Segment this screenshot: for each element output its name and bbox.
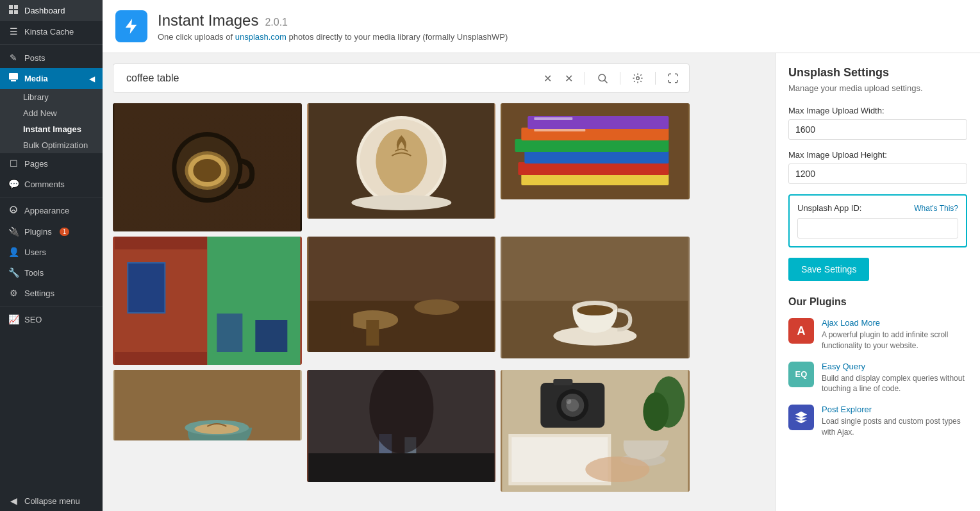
sidebar-item-label: Users	[24, 247, 46, 257]
post-explorer-desc: Load single posts and custom post types …	[822, 416, 967, 438]
plugin-desc-suffix: photos directly to your media library (f…	[289, 32, 508, 42]
svg-rect-2	[9, 10, 13, 14]
sidebar-item-label: Plugins	[24, 227, 52, 237]
settings-subtitle: Manage your media upload settings.	[788, 83, 967, 93]
sidebar: Dashboard ☰ Kinsta Cache ✎ Posts Media ◀…	[0, 0, 103, 511]
sidebar-item-settings[interactable]: ⚙ Settings	[0, 283, 103, 303]
svg-point-73	[644, 392, 669, 431]
sidebar-item-tools[interactable]: 🔧 Tools	[0, 262, 103, 283]
svg-point-74	[586, 457, 650, 482]
image-cell[interactable]	[113, 237, 302, 365]
sidebar-item-label: Settings	[24, 289, 54, 298]
collapse-menu-item[interactable]: ◀ Collapse menu	[0, 490, 103, 511]
svg-rect-24	[519, 162, 669, 175]
app-id-input[interactable]	[797, 218, 958, 239]
svg-rect-26	[515, 139, 669, 152]
max-width-label: Max Image Upload Width:	[788, 106, 967, 115]
svg-rect-35	[128, 264, 164, 312]
image-cell[interactable]	[113, 103, 302, 231]
unsplash-link[interactable]: unsplash.com	[235, 32, 287, 42]
image-placeholder	[113, 103, 302, 231]
save-settings-button[interactable]: Save Settings	[788, 258, 869, 281]
sidebar-item-instant-images[interactable]: Instant Images	[18, 121, 103, 137]
search-divider	[585, 72, 585, 85]
svg-rect-71	[554, 379, 573, 385]
sidebar-item-label: Appearance	[24, 206, 69, 215]
sidebar-item-comments[interactable]: 💬 Comments	[0, 174, 103, 194]
image-placeholder	[113, 370, 302, 440]
svg-rect-1	[14, 5, 18, 9]
image-cell[interactable]	[501, 103, 690, 199]
sidebar-item-dashboard[interactable]: Dashboard	[0, 0, 103, 21]
content-area: ✕ ✕	[103, 53, 980, 511]
svg-rect-5	[11, 80, 16, 81]
sidebar-item-appearance[interactable]: Appearance	[0, 200, 103, 221]
max-height-input[interactable]	[788, 163, 967, 184]
pages-icon: ☐	[8, 158, 19, 169]
search-button[interactable]	[593, 71, 612, 85]
sidebar-item-add-new[interactable]: Add New	[18, 105, 103, 121]
svg-line-8	[604, 80, 607, 83]
svg-point-9	[636, 77, 640, 80]
sidebar-item-kinsta-cache[interactable]: ☰ Kinsta Cache	[0, 21, 103, 42]
easy-query-desc: Build and display complex queries withou…	[822, 373, 967, 395]
seo-icon: 📈	[8, 314, 19, 324]
plugin-title-row: Instant Images 2.0.1	[158, 12, 508, 29]
whats-this-link[interactable]: What's This?	[914, 204, 958, 213]
image-placeholder	[501, 370, 690, 492]
plugins-icon: 🔌	[8, 226, 19, 237]
main-content: Instant Images 2.0.1 One click uploads o…	[103, 0, 980, 511]
image-cell[interactable]	[113, 370, 302, 440]
post-explorer-text: Post Explorer Load single posts and cust…	[822, 405, 967, 438]
sidebar-item-plugins[interactable]: 🔌 Plugins 1	[0, 221, 103, 242]
sidebar-item-label: Comments	[24, 180, 65, 189]
plugin-desc-text: One click uploads of	[158, 32, 233, 42]
comments-icon: 💬	[8, 179, 19, 189]
image-cell[interactable]	[307, 237, 496, 352]
svg-rect-38	[255, 320, 287, 352]
posts-icon: ✎	[8, 53, 19, 63]
svg-rect-42	[366, 320, 379, 346]
post-explorer-icon	[788, 405, 814, 430]
search-input[interactable]	[120, 68, 535, 88]
sidebar-item-users[interactable]: 👤 Users	[0, 242, 103, 262]
sidebar-item-pages[interactable]: ☐ Pages	[0, 153, 103, 174]
svg-point-21	[351, 195, 451, 210]
clear-alt-button[interactable]: ✕	[561, 71, 577, 86]
app-id-label: Unsplash App ID:	[797, 203, 861, 213]
svg-rect-29	[535, 117, 573, 120]
max-height-label: Max Image Upload Height:	[788, 150, 967, 160]
svg-rect-3	[14, 10, 18, 14]
sidebar-item-posts[interactable]: ✎ Posts	[0, 47, 103, 68]
clear-search-button[interactable]: ✕	[540, 71, 556, 86]
svg-point-43	[414, 299, 459, 315]
media-icon	[8, 73, 19, 84]
svg-rect-0	[9, 5, 13, 9]
image-grid	[113, 103, 690, 492]
max-width-input[interactable]	[788, 119, 967, 140]
library-label: Library	[23, 92, 49, 102]
sidebar-item-library[interactable]: Library	[18, 89, 103, 105]
image-cell[interactable]	[501, 370, 690, 492]
ajax-load-more-link[interactable]: Ajax Load More	[822, 318, 880, 328]
plugin-entry-ajax-load-more: A Ajax Load More A powerful plugin to ad…	[788, 318, 967, 351]
sidebar-item-bulk-optimization[interactable]: Bulk Optimization	[18, 137, 103, 153]
easy-query-link[interactable]: Easy Query	[822, 362, 865, 371]
image-cell[interactable]	[501, 237, 690, 358]
max-width-section: Max Image Upload Width:	[788, 106, 967, 140]
fullscreen-button[interactable]	[663, 71, 683, 85]
sidebar-item-seo[interactable]: 📈 SEO	[0, 309, 103, 330]
svg-rect-25	[525, 151, 669, 163]
app-id-header: Unsplash App ID: What's This?	[797, 203, 958, 213]
image-cell[interactable]	[307, 370, 496, 482]
sidebar-item-label: Pages	[24, 159, 48, 169]
post-explorer-link[interactable]: Post Explorer	[822, 405, 872, 414]
image-cell[interactable]	[307, 103, 496, 219]
plugins-list: A Ajax Load More A powerful plugin to ad…	[788, 318, 967, 438]
settings-toggle-button[interactable]	[628, 71, 647, 85]
svg-point-70	[567, 399, 572, 404]
users-icon: 👤	[8, 247, 19, 257]
ajax-load-more-icon: A	[788, 318, 814, 344]
sidebar-item-media[interactable]: Media ◀	[0, 68, 103, 89]
collapse-icon: ◀	[8, 496, 19, 506]
